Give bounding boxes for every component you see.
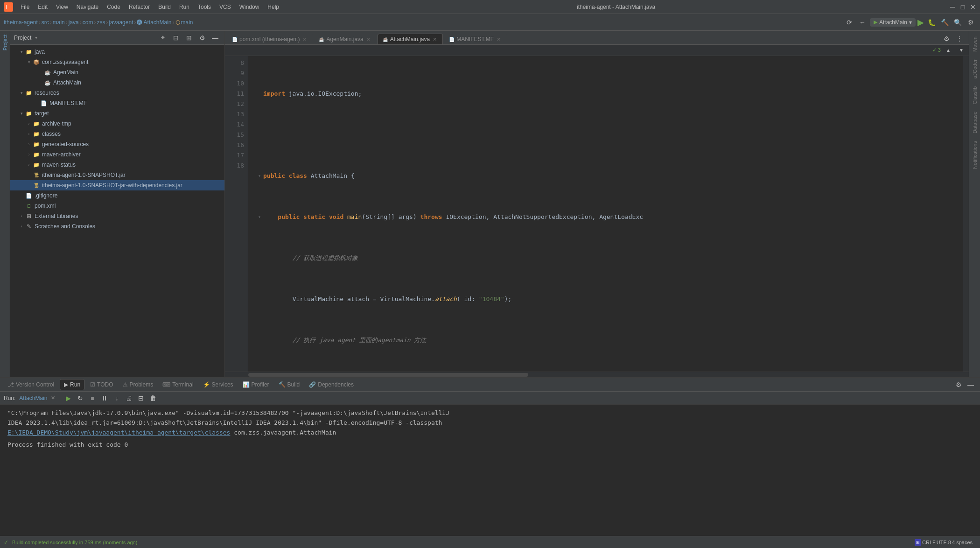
tree-item-classes[interactable]: › 📁 classes	[10, 129, 224, 139]
indent-setting[interactable]: 4 spaces	[952, 540, 973, 545]
tree-item-maven-status[interactable]: › 📁 maven-status	[10, 160, 224, 170]
menu-refactor[interactable]: Refactor	[125, 3, 154, 11]
tab-pom-xml[interactable]: 📄 pom.xml (itheima-agent) ✕	[227, 34, 313, 44]
notifications-panel-tab[interactable]: Notifications	[972, 137, 978, 173]
breadcrumb-main[interactable]: main	[53, 19, 65, 26]
tree-item-archive-tmp[interactable]: › 📁 archive-tmp	[10, 119, 224, 129]
ajcoder-panel-tab[interactable]: aJCoder	[972, 56, 978, 83]
tree-item-manifest[interactable]: 📄 MANIFEST.MF	[10, 98, 224, 108]
window-controls[interactable]: ─ □ ✕	[949, 4, 976, 10]
todo-tab[interactable]: ☑ TODO	[86, 379, 117, 390]
menu-build[interactable]: Build	[154, 3, 175, 11]
run-stop-button[interactable]: ■	[87, 393, 98, 404]
run-tab[interactable]: ▶ Run	[60, 379, 84, 390]
tab-attachmain[interactable]: ☕ AttachMain.java ✕	[378, 34, 443, 44]
vcs-update-button[interactable]: ⟳	[844, 17, 855, 28]
tree-item-maven-archiver[interactable]: › 📁 maven-archiver	[10, 149, 224, 160]
run-classpath-link[interactable]: E:\IEDA_DEMO\Study\jvm\javaagent\itheima…	[7, 429, 230, 436]
run-rerun-button[interactable]: ↻	[75, 393, 86, 404]
run-button[interactable]: ▶	[917, 17, 924, 28]
run-close-x[interactable]: ✕	[51, 395, 55, 401]
menu-tools[interactable]: Tools	[194, 3, 215, 11]
encoding[interactable]: UTF-8	[937, 540, 951, 545]
breadcrumb-attachmain[interactable]: AttachMain	[143, 19, 171, 26]
fold-arrow-10[interactable]: ▾	[256, 171, 263, 181]
close-button[interactable]: ✕	[970, 4, 976, 10]
tree-item-jar1[interactable]: 🗜 itheima-agent-1.0-SNAPSHOT.jar	[10, 170, 224, 180]
run-trash-button[interactable]: 🗑	[147, 393, 159, 404]
project-tab[interactable]: Project	[1, 31, 9, 54]
tab-settings-button[interactable]: ⚙	[941, 33, 952, 44]
settings-gear-icon[interactable]: ⚙	[196, 32, 208, 43]
tree-item-gitignore[interactable]: 📄 .gitignore	[10, 190, 224, 201]
run-play-button[interactable]: ▶	[63, 393, 74, 404]
services-tab[interactable]: ⚡ Services	[199, 379, 237, 390]
menu-file[interactable]: File	[17, 3, 33, 11]
tab-close-agenmain[interactable]: ✕	[365, 36, 371, 42]
menu-window[interactable]: Window	[236, 3, 263, 11]
tree-item-ext-libs[interactable]: › ⊞ External Libraries	[10, 211, 224, 221]
classlib-panel-tab[interactable]: Classlib	[972, 83, 978, 108]
panel-dropdown[interactable]: ▾	[35, 35, 37, 40]
code-content[interactable]: import java.io.IOException; ▾ public cla…	[248, 56, 969, 372]
problems-tab[interactable]: ⚠ Problems	[119, 379, 157, 390]
run-settings-button[interactable]: ⚙	[953, 379, 964, 390]
tree-item-agenmain[interactable]: ☕ AgenMain	[10, 67, 224, 77]
tree-item-package[interactable]: ▾ 📦 com.zss.javaagent	[10, 57, 224, 67]
tree-item-attachmain[interactable]: ☕ AttachMain	[10, 77, 224, 88]
fold-arrow-11[interactable]: ▾	[256, 212, 263, 222]
breadcrumb-com[interactable]: com	[83, 19, 93, 26]
back-button[interactable]: ←	[857, 17, 868, 28]
tab-close-pom[interactable]: ✕	[301, 36, 308, 42]
search-everywhere-button[interactable]: 🔍	[952, 17, 963, 28]
breadcrumb-src[interactable]: src	[42, 19, 49, 26]
tree-item-target[interactable]: ▾ 📁 target	[10, 108, 224, 119]
maven-panel-tab[interactable]: Maven	[972, 33, 978, 56]
expand-button[interactable]: ⊞	[183, 32, 195, 43]
tab-close-manifest[interactable]: ✕	[496, 36, 502, 42]
database-panel-tab[interactable]: Database	[972, 108, 978, 137]
horizontal-scrollbar[interactable]	[225, 372, 969, 377]
breadcrumb-javaagent[interactable]: javaagent	[109, 19, 133, 26]
tab-manifest[interactable]: 📄 MANIFEST.MF ✕	[444, 34, 507, 44]
editor-scrollbar[interactable]	[963, 56, 969, 372]
editor-up-button[interactable]: ▲	[943, 45, 954, 56]
run-scroll-end-button[interactable]: ↓	[111, 393, 122, 404]
run-pause-button[interactable]: ⏸	[99, 393, 110, 404]
editor-down-button[interactable]: ▼	[956, 45, 967, 56]
menu-vcs[interactable]: VCS	[216, 3, 235, 11]
tab-agenmain[interactable]: ☕ AgenMain.java ✕	[314, 34, 376, 44]
breadcrumb-zss[interactable]: zss	[97, 19, 105, 26]
menu-help[interactable]: Help	[264, 3, 283, 11]
profiler-tab[interactable]: 📊 Profiler	[239, 379, 273, 390]
menu-bar[interactable]: File Edit View Navigate Code Refactor Bu…	[17, 3, 283, 11]
scroll-from-source-button[interactable]: ⌖	[157, 32, 168, 43]
close-panel-button[interactable]: —	[210, 32, 221, 43]
menu-code[interactable]: Code	[103, 3, 124, 11]
code-editor[interactable]: 8 9 10 11 12 13 14 15 16 17 18 imp	[225, 56, 969, 372]
build-tab[interactable]: 🔨 Build	[275, 379, 304, 390]
menu-run[interactable]: Run	[175, 3, 193, 11]
tree-item-pom[interactable]: 🗒 pom.xml	[10, 201, 224, 211]
run-fold-button[interactable]: ⊟	[135, 393, 147, 404]
tree-item-generated-sources[interactable]: › 📁 generated-sources	[10, 139, 224, 149]
breadcrumb-project[interactable]: itheima-agent	[4, 19, 38, 26]
settings-button[interactable]: ⚙	[965, 17, 976, 28]
version-control-tab[interactable]: ⎇ Version Control	[4, 379, 58, 390]
dependencies-tab[interactable]: 🔗 Dependencies	[305, 379, 357, 390]
menu-edit[interactable]: Edit	[34, 3, 51, 11]
run-config-selector[interactable]: ▶ AttachMain ▾	[870, 18, 916, 27]
menu-view[interactable]: View	[52, 3, 72, 11]
breadcrumb-java[interactable]: java	[69, 19, 79, 26]
terminal-tab[interactable]: ⌨ Terminal	[159, 379, 197, 390]
tab-more-button[interactable]: ⋮	[954, 33, 965, 44]
tree-item-resources[interactable]: ▾ 📁 resources	[10, 88, 224, 98]
minimize-button[interactable]: ─	[949, 4, 956, 10]
run-print-button[interactable]: 🖨	[123, 393, 134, 404]
line-ending[interactable]: CRLF	[922, 540, 936, 545]
tree-item-java[interactable]: ▾ 📁 java	[10, 47, 224, 57]
collapse-all-button[interactable]: ⊟	[170, 32, 182, 43]
tree-item-jar2[interactable]: 🗜 itheima-agent-1.0-SNAPSHOT-jar-with-de…	[10, 180, 224, 190]
menu-navigate[interactable]: Navigate	[73, 3, 102, 11]
maximize-button[interactable]: □	[959, 4, 966, 10]
